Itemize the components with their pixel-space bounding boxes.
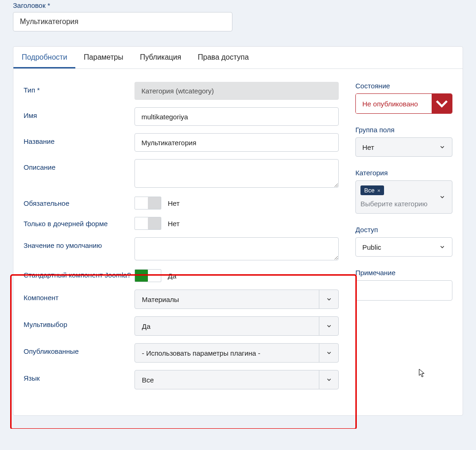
tabs-panel: Подробности Параметры Публикация Права д… [13,46,463,416]
state-dropdown[interactable]: Не опубликовано [355,93,452,114]
language-select[interactable]: Все [134,370,339,389]
required-toggle-text: Нет [168,199,180,207]
state-dropdown-text: Не опубликовано [356,94,432,113]
name-input[interactable] [134,107,339,126]
group-select-text: Нет [362,143,433,151]
note-input[interactable] [355,280,452,301]
description-label: Описание [24,159,134,171]
form-main-column: Тип * Категория (wtcategory) Имя Названи… [24,82,339,397]
state-label: Состояние [355,82,452,90]
chevron-down-icon [319,290,338,308]
chevron-down-icon [433,181,452,213]
std-component-label: Стандартный компонент Joomla? [24,269,134,279]
close-icon[interactable]: × [377,188,380,193]
subform-only-toggle[interactable] [134,217,161,230]
default-textarea[interactable] [134,237,339,260]
chevron-down-icon [319,317,338,335]
chevron-down-icon [432,94,452,113]
title-field-label: Заголовок * [13,0,463,9]
tab-params[interactable]: Параметры [75,47,131,68]
component-label: Компонент [24,290,134,302]
published-select-text: - Использовать параметры плагина - [142,349,319,357]
access-select[interactable]: Public [355,237,452,257]
type-label: Тип * [24,82,134,94]
std-component-toggle-text: Да [168,272,177,280]
required-toggle[interactable] [134,197,161,210]
multiselect-label: Мультивыбор [24,316,134,328]
cursor-icon [419,369,425,378]
group-label: Группа поля [355,126,452,134]
default-label: Значение по умолчанию [24,237,134,249]
category-placeholder: Выберите категорию [360,200,432,208]
description-textarea[interactable] [134,159,339,188]
multiselect-select-text: Да [142,322,319,330]
subform-only-label: Только в дочерней форме [24,220,134,228]
chevron-down-icon [319,344,338,362]
group-select[interactable]: Нет [355,137,452,157]
tab-publication[interactable]: Публикация [132,47,189,68]
std-component-toggle[interactable] [134,269,161,282]
required-label: Обязательное [24,199,134,207]
label-input[interactable] [134,133,339,152]
published-select[interactable]: - Использовать параметры плагина - [134,343,339,363]
category-chip[interactable]: Все × [360,185,384,195]
name-label: Имя [24,107,134,119]
type-static: Категория (wtcategory) [134,82,339,100]
access-select-text: Public [362,243,433,251]
language-label: Язык [24,370,134,382]
subform-only-toggle-text: Нет [168,220,180,228]
chevron-down-icon [433,238,452,256]
title-input[interactable] [13,12,232,31]
multiselect-select[interactable]: Да [134,316,339,336]
tab-body-details: Тип * Категория (wtcategory) Имя Названи… [13,69,463,415]
category-chip-text: Все [364,187,374,194]
access-label: Доступ [355,226,452,234]
chevron-down-icon [319,370,338,389]
category-multiselect[interactable]: Все × Выберите категорию [355,180,452,214]
tabs-bar: Подробности Параметры Публикация Права д… [13,47,463,69]
category-label: Категория [355,169,452,177]
component-select[interactable]: Материалы [134,290,339,309]
form-side-column: Состояние Не опубликовано Группа поля Не… [355,82,452,397]
component-select-text: Материалы [142,296,319,303]
published-label: Опубликованные [24,343,134,355]
note-label: Примечание [355,269,452,277]
language-select-text: Все [142,376,319,384]
chevron-down-icon [433,138,452,156]
tab-details[interactable]: Подробности [13,47,75,68]
tab-permissions[interactable]: Права доступа [189,47,257,68]
label-label: Название [24,133,134,145]
